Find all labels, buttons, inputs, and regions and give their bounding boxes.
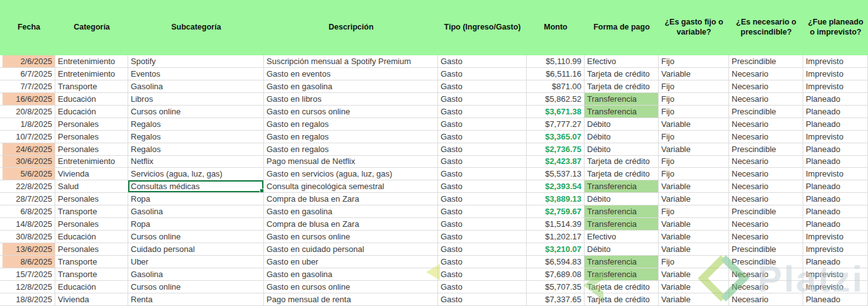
cell-categoria[interactable]: Personales xyxy=(55,118,128,131)
cell-necesario-prescindible[interactable]: Prescindible xyxy=(729,243,803,256)
cell-tipo[interactable]: Gasto xyxy=(438,231,527,243)
cell-necesario-prescindible[interactable]: Necesario xyxy=(729,118,803,131)
cell-subcategoria[interactable]: Libros xyxy=(128,93,264,106)
cell-fijo-variable[interactable]: Variable xyxy=(659,193,729,205)
cell-monto[interactable]: $6,594.83 xyxy=(527,256,585,268)
cell-subcategoria[interactable]: Cursos online xyxy=(128,106,264,118)
cell-planeado-imprevisto[interactable]: Imprevisto xyxy=(803,243,868,256)
cell-fecha[interactable]: 18/8/2025 xyxy=(3,293,55,306)
cell-planeado-imprevisto[interactable]: Planeado xyxy=(803,180,868,193)
cell-forma-de-pago[interactable]: Efectivo xyxy=(585,55,659,68)
cell-monto[interactable]: $1,202.17 xyxy=(527,231,585,243)
header-planeado-imprevisto[interactable]: ¿Fue planeado o imprevisto? xyxy=(803,0,868,55)
cell-fecha[interactable]: 16/6/2025 xyxy=(3,93,55,106)
cell-fijo-variable[interactable]: Fijo xyxy=(659,168,729,180)
cell-fijo-variable[interactable]: Fijo xyxy=(659,106,729,118)
cell-subcategoria-selected[interactable]: Consultas médicas xyxy=(128,180,264,193)
cell-forma-de-pago[interactable]: Transferencia xyxy=(585,93,659,106)
cell-planeado-imprevisto[interactable]: Imprevisto xyxy=(803,131,868,143)
cell-categoria[interactable]: Personales xyxy=(55,218,128,231)
cell-monto[interactable]: $871.00 xyxy=(527,80,585,93)
cell-fijo-variable[interactable]: Variable xyxy=(659,68,729,80)
cell-necesario-prescindible[interactable]: Necesario xyxy=(729,168,803,180)
cell-fijo-variable[interactable]: Fijo xyxy=(659,93,729,106)
cell-forma-de-pago[interactable]: Débito xyxy=(585,118,659,131)
cell-tipo[interactable]: Gasto xyxy=(438,143,527,156)
cell-fecha[interactable]: 6/7/2025 xyxy=(3,68,55,80)
cell-tipo[interactable]: Gasto xyxy=(438,293,527,306)
cell-forma-de-pago[interactable]: Tarjeta de crédito xyxy=(585,68,659,80)
cell-tipo[interactable]: Gasto xyxy=(438,243,527,256)
cell-categoria[interactable]: Entretenimiento xyxy=(55,68,128,80)
cell-planeado-imprevisto[interactable]: Imprevisto xyxy=(803,281,868,293)
cell-forma-de-pago[interactable]: Transferencia xyxy=(585,180,659,193)
cell-fecha[interactable]: 2/6/2025 xyxy=(3,55,55,68)
cell-tipo[interactable]: Gasto xyxy=(438,106,527,118)
cell-forma-de-pago[interactable]: Débito xyxy=(585,243,659,256)
cell-descripcion[interactable]: Gasto en cursos online xyxy=(264,106,438,118)
cell-descripcion[interactable]: Gasto en gasolina xyxy=(264,205,438,218)
cell-categoria[interactable]: Educación xyxy=(55,231,128,243)
cell-categoria[interactable]: Personales xyxy=(55,131,128,143)
cell-descripcion[interactable]: Consulta ginecológica semestral xyxy=(264,180,438,193)
cell-fecha[interactable]: 5/6/2025 xyxy=(3,168,55,180)
cell-descripcion[interactable]: Gasto en cursos online xyxy=(264,281,438,293)
cell-fijo-variable[interactable]: Variable xyxy=(659,231,729,243)
cell-monto[interactable]: $5,707.35 xyxy=(527,281,585,293)
cell-monto[interactable]: $2,736.75 xyxy=(527,143,585,156)
header-subcategoria[interactable]: Subcategoría xyxy=(128,0,264,55)
cell-tipo[interactable]: Gasto xyxy=(438,156,527,168)
cell-subcategoria[interactable]: Renta xyxy=(128,293,264,306)
cell-necesario-prescindible[interactable]: Necesario xyxy=(729,156,803,168)
cell-tipo[interactable]: Gasto xyxy=(438,118,527,131)
cell-tipo[interactable]: Gasto xyxy=(438,80,527,93)
cell-fecha[interactable]: 24/6/2025 xyxy=(3,143,55,156)
cell-monto[interactable]: $5,862.52 xyxy=(527,93,585,106)
cell-subcategoria[interactable]: Regalos xyxy=(128,118,264,131)
cell-fecha[interactable]: 12/8/2025 xyxy=(3,281,55,293)
cell-planeado-imprevisto[interactable]: Planeado xyxy=(803,106,868,118)
cell-fijo-variable[interactable]: Variable xyxy=(659,281,729,293)
cell-monto[interactable]: $6,511.16 xyxy=(527,68,585,80)
cell-subcategoria[interactable]: Cursos online xyxy=(128,231,264,243)
cell-fecha[interactable]: 14/8/2025 xyxy=(3,218,55,231)
cell-descripcion[interactable]: Gasto en cuidado personal xyxy=(264,243,438,256)
cell-forma-de-pago[interactable]: Transferencia xyxy=(585,106,659,118)
cell-monto[interactable]: $7,689.08 xyxy=(527,268,585,281)
cell-tipo[interactable]: Gasto xyxy=(438,68,527,80)
cell-subcategoria[interactable]: Uber xyxy=(128,256,264,268)
cell-categoria[interactable]: Transporte xyxy=(55,205,128,218)
cell-categoria[interactable]: Vivienda xyxy=(55,293,128,306)
header-forma-de-pago[interactable]: Forma de pago xyxy=(585,0,659,55)
cell-fijo-variable[interactable]: Fijo xyxy=(659,55,729,68)
cell-subcategoria[interactable]: Netflix xyxy=(128,156,264,168)
cell-forma-de-pago[interactable]: Tarjeta de crédito xyxy=(585,168,659,180)
cell-monto[interactable]: $3,210.07 xyxy=(527,243,585,256)
cell-categoria[interactable]: Transporte xyxy=(55,268,128,281)
cell-necesario-prescindible[interactable]: Necesario xyxy=(729,281,803,293)
cell-fijo-variable[interactable]: Variable xyxy=(659,293,729,306)
cell-necesario-prescindible[interactable]: Prescindible xyxy=(729,143,803,156)
cell-descripcion[interactable]: Gasto en regalos xyxy=(264,131,438,143)
cell-descripcion[interactable]: Gasto en libros xyxy=(264,93,438,106)
cell-descripcion[interactable]: Pago mensual de Netflix xyxy=(264,156,438,168)
header-tipo[interactable]: Tipo (Ingreso/Gasto) xyxy=(438,0,527,55)
cell-fecha[interactable]: 6/8/2025 xyxy=(3,205,55,218)
cell-monto[interactable]: $7,777.27 xyxy=(527,118,585,131)
cell-forma-de-pago[interactable]: Tarjeta de crédito xyxy=(585,293,659,306)
cell-forma-de-pago[interactable]: Efectivo xyxy=(585,231,659,243)
cell-planeado-imprevisto[interactable]: Planeado xyxy=(803,143,868,156)
cell-fecha[interactable]: 1/8/2025 xyxy=(3,118,55,131)
cell-necesario-prescindible[interactable]: Necesario xyxy=(729,193,803,205)
cell-fecha[interactable]: 28/7/2025 xyxy=(3,193,55,205)
cell-fecha[interactable]: 30/6/2025 xyxy=(3,156,55,168)
cell-descripcion[interactable]: Compra de blusa en Zara xyxy=(264,218,438,231)
cell-planeado-imprevisto[interactable]: Imprevisto xyxy=(803,80,868,93)
cell-tipo[interactable]: Gasto xyxy=(438,168,527,180)
cell-planeado-imprevisto[interactable]: Planeado xyxy=(803,218,868,231)
cell-fijo-variable[interactable]: Variable xyxy=(659,268,729,281)
cell-necesario-prescindible[interactable]: Necesario xyxy=(729,231,803,243)
cell-tipo[interactable]: Gasto xyxy=(438,93,527,106)
cell-fijo-variable[interactable]: Variable xyxy=(659,218,729,231)
cell-categoria[interactable]: Educación xyxy=(55,281,128,293)
